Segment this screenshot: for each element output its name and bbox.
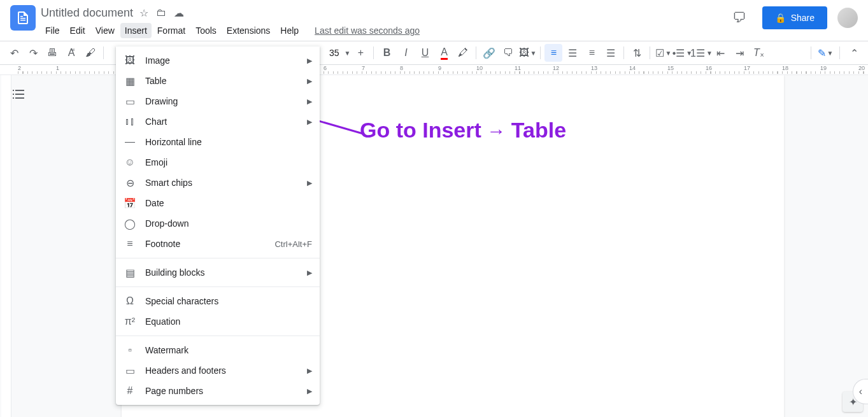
submenu-arrow-icon: ▶ [307, 179, 312, 187]
menu-item-emoji[interactable]: ☺Emoji [116, 152, 320, 173]
indent-decrease-button[interactable]: ⇤ [711, 44, 729, 62]
menu-item-label: Footnote [145, 239, 274, 249]
menu-file[interactable]: File [41, 23, 64, 38]
ruler-mark: 18 [782, 65, 820, 71]
menu-help[interactable]: Help [276, 23, 303, 38]
highlight-button[interactable]: 🖍 [454, 44, 472, 62]
zoom-in-button[interactable]: + [352, 44, 369, 62]
align-center-button[interactable]: ☰ [564, 44, 581, 62]
docs-logo[interactable] [10, 5, 36, 31]
menu-item-headers-and-footers[interactable]: ▭Headers and footers▶ [116, 360, 320, 381]
menu-item-footnote[interactable]: ≡FootnoteCtrl+Alt+F [116, 234, 320, 254]
bullet-list-button[interactable]: •☰▼ [673, 44, 691, 62]
submenu-arrow-icon: ▶ [307, 367, 312, 375]
checklist-button[interactable]: ☑▼ [654, 44, 672, 62]
menu-item-label: Drawing [145, 96, 307, 106]
editing-mode-button[interactable]: ✎▼ [816, 44, 834, 62]
menu-item-smart-chips[interactable]: ⊖Smart chips▶ [116, 173, 320, 193]
ruler-mark: 10 [476, 65, 515, 71]
shortcut-label: Ctrl+Alt+F [274, 239, 312, 249]
menubar: FileEditViewInsertFormatToolsExtensionsH… [41, 23, 727, 38]
link-button[interactable]: 🔗 [480, 44, 498, 62]
star-icon[interactable]: ☆ [139, 7, 148, 19]
ruler-mark: 20 [858, 65, 868, 71]
spellcheck-button[interactable]: Aⷨ [62, 44, 80, 62]
lock-icon: 🔒 [775, 13, 786, 23]
page-numbers-icon: # [124, 385, 136, 397]
menu-item-label: Emoji [145, 157, 312, 167]
menu-item-label: Special characters [145, 296, 312, 306]
last-edit-link[interactable]: Last edit was seconds ago [315, 25, 420, 36]
menu-insert[interactable]: Insert [120, 23, 152, 38]
menu-item-table[interactable]: ▦Table▶ [116, 71, 320, 91]
menu-item-drop-down[interactable]: ◯Drop-down [116, 213, 320, 234]
redo-button[interactable]: ↷ [24, 44, 42, 62]
equation-icon: π² [124, 316, 136, 327]
image-icon: 🖼 [124, 55, 136, 66]
clear-format-button[interactable]: Tₓ [750, 44, 767, 62]
headers-and-footers-icon: ▭ [124, 365, 136, 377]
submenu-arrow-icon: ▶ [307, 77, 312, 85]
print-button[interactable]: 🖶 [43, 44, 61, 62]
number-list-button[interactable]: 1☰▼ [692, 44, 710, 62]
cloud-icon[interactable]: ☁ [174, 7, 184, 19]
menu-item-chart[interactable]: ⫾⫿Chart▶ [116, 111, 320, 132]
move-icon[interactable]: 🗀 [156, 7, 166, 19]
menu-item-label: Equation [145, 316, 312, 327]
align-right-button[interactable]: ≡ [583, 44, 601, 62]
menu-item-equation[interactable]: π²Equation [116, 311, 320, 332]
insert-menu-dropdown: 🖼Image▶▦Table▶▭Drawing▶⫾⫿Chart▶—Horizont… [116, 46, 320, 405]
menu-view[interactable]: View [91, 23, 119, 38]
image-button[interactable]: 🖼▼ [518, 44, 536, 62]
indent-increase-button[interactable]: ⇥ [730, 44, 748, 62]
outline-button[interactable] [11, 87, 26, 102]
line-spacing-button[interactable]: ⇅ [628, 44, 646, 62]
special-characters-icon: Ω [124, 295, 136, 307]
zoom-select[interactable]: 35 ▼ [325, 48, 350, 58]
submenu-arrow-icon: ▶ [307, 57, 312, 65]
comment-button[interactable]: 🗨 [499, 44, 517, 62]
menu-format[interactable]: Format [153, 23, 190, 38]
collapse-toolbar-button[interactable]: ⌃ [845, 44, 863, 62]
menu-item-date[interactable]: 📅Date [116, 193, 320, 213]
menu-item-watermark[interactable]: ▫Watermark [116, 340, 320, 360]
watermark-icon: ▫ [124, 344, 136, 356]
chevron-down-icon: ▼ [345, 50, 351, 57]
vertical-ruler[interactable] [1, 75, 11, 417]
drawing-icon: ▭ [124, 95, 136, 108]
submenu-arrow-icon: ▶ [307, 118, 312, 126]
avatar[interactable] [837, 8, 858, 28]
menu-tools[interactable]: Tools [191, 23, 221, 38]
bold-button[interactable]: B [378, 44, 395, 62]
ruler-mark: 16 [706, 65, 744, 71]
menu-item-page-numbers[interactable]: #Page numbers▶ [116, 381, 320, 401]
ruler-mark: 13 [591, 65, 629, 71]
ruler-mark: 12 [553, 65, 591, 71]
doc-title[interactable]: Untitled document [41, 6, 133, 20]
ruler-mark: 11 [515, 65, 553, 71]
share-button[interactable]: 🔒 Share [762, 6, 827, 29]
menu-extensions[interactable]: Extensions [222, 23, 274, 38]
align-left-button[interactable]: ≡ [544, 44, 562, 62]
menu-item-horizontal-line[interactable]: —Horizontal line [116, 132, 320, 152]
menu-item-label: Building blocks [145, 267, 307, 278]
menu-item-building-blocks[interactable]: ▤Building blocks▶ [116, 262, 320, 283]
comments-button[interactable]: 🗩 [727, 5, 752, 31]
underline-button[interactable]: U [416, 44, 434, 62]
align-justify-button[interactable]: ☰ [602, 44, 620, 62]
submenu-arrow-icon: ▶ [307, 269, 312, 277]
italic-button[interactable]: I [397, 44, 415, 62]
undo-button[interactable]: ↶ [5, 44, 23, 62]
drop-down-icon: ◯ [124, 218, 136, 230]
submenu-arrow-icon: ▶ [307, 97, 312, 106]
chart-icon: ⫾⫿ [124, 116, 136, 127]
menu-item-label: Date [145, 198, 312, 208]
menu-item-drawing[interactable]: ▭Drawing▶ [116, 91, 320, 111]
paint-format-button[interactable]: 🖌 [82, 44, 99, 62]
menu-item-image[interactable]: 🖼Image▶ [116, 50, 320, 71]
text-color-button[interactable]: A [435, 44, 453, 62]
ruler-mark: 1 [56, 65, 94, 71]
menu-item-label: Drop-down [145, 218, 312, 229]
menu-item-special-characters[interactable]: ΩSpecial characters [116, 291, 320, 311]
menu-edit[interactable]: Edit [66, 23, 90, 38]
